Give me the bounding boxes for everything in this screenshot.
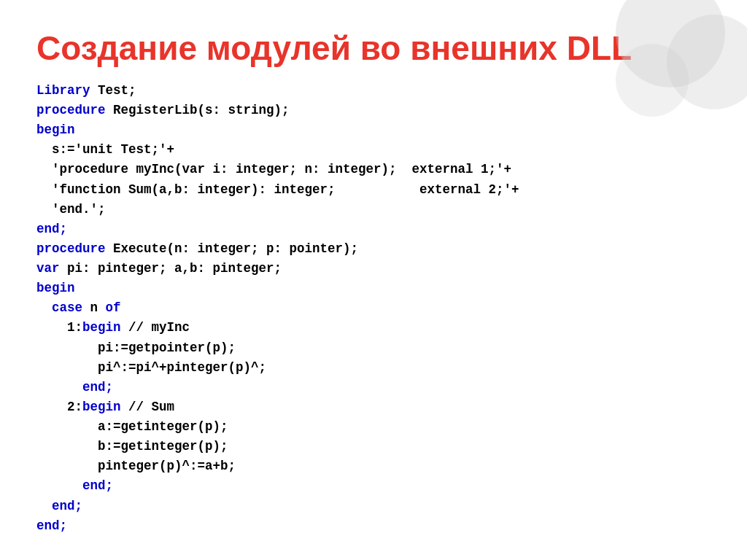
code-line-19: b:=getinteger(p); — [36, 437, 711, 456]
kw-end5: end; — [36, 518, 67, 533]
kw-end4: end; — [36, 499, 82, 513]
slide-title: Создание модулей во внешних DLL — [36, 29, 711, 68]
code-line-18: a:=getinteger(p); — [36, 417, 711, 437]
kw-begin2: begin — [36, 281, 75, 295]
kw-library: Library — [36, 83, 98, 98]
text-pinteger-assign: pinteger(p)^:=a+b; — [36, 459, 236, 473]
code-line-16: end; — [36, 378, 711, 397]
text-myinc: 'procedure myInc(var i: integer; n: inte… — [36, 162, 511, 176]
kw-procedure2: procedure — [36, 241, 113, 256]
kw-end2: end; — [36, 380, 113, 394]
code-line-20: pinteger(p)^:=a+b; — [36, 456, 711, 476]
code-line-3: begin — [36, 120, 711, 140]
code-line-21: end; — [36, 476, 711, 496]
text-comment-myinc: // myInc — [128, 320, 190, 335]
text-1colon: 1: — [36, 320, 82, 335]
kw-procedure1: procedure — [36, 103, 113, 117]
text-n: n — [90, 300, 106, 315]
code-line-15: pi^:=pi^+pinteger(p)^; — [36, 358, 711, 378]
code-line-4: s:='unit Test;'+ — [36, 140, 711, 160]
code-line-23: end; — [36, 516, 711, 536]
kw-begin4: begin — [82, 400, 128, 414]
code-line-8: end; — [36, 219, 711, 239]
code-line-17: 2:begin // Sum — [36, 397, 711, 417]
text-pi-assign: pi^:=pi^+pinteger(p)^; — [36, 360, 266, 375]
code-line-5: 'procedure myInc(var i: integer; n: inte… — [36, 160, 711, 179]
text-execute: Execute(n: integer; p: pointer); — [113, 241, 358, 256]
slide: Создание модулей во внешних DLL Library … — [0, 0, 747, 560]
kw-begin1: begin — [36, 122, 75, 137]
code-line-7: 'end.'; — [36, 200, 711, 219]
kw-var: var — [36, 261, 67, 276]
text-enddot: 'end.'; — [36, 202, 106, 217]
text-sum: 'function Sum(a,b: integer): integer; ex… — [36, 182, 519, 197]
kw-end1: end; — [36, 222, 67, 236]
code-block: Library Test; procedure RegisterLib(s: s… — [36, 81, 711, 536]
code-line-6: 'function Sum(a,b: integer): integer; ex… — [36, 180, 711, 200]
text-pi-getpointer: pi:=getpointer(p); — [36, 341, 236, 355]
code-line-1: Library Test; — [36, 81, 711, 101]
kw-of: of — [106, 300, 121, 315]
text-comment-sum: // Sum — [128, 400, 174, 414]
kw-end3: end; — [36, 478, 113, 493]
text-b-getint: b:=getinteger(p); — [36, 439, 228, 454]
code-line-13: 1:begin // myInc — [36, 318, 711, 338]
text-a-getint: a:=getinteger(p); — [36, 419, 228, 434]
kw-case: case — [52, 300, 90, 315]
code-line-2: procedure RegisterLib(s: string); — [36, 101, 711, 120]
text-var-decl: pi: pinteger; a,b: pinteger; — [67, 261, 282, 276]
text-test: Test; — [98, 83, 136, 98]
text-2colon: 2: — [36, 400, 82, 414]
code-line-11: begin — [36, 279, 711, 298]
kw-begin3: begin — [82, 320, 128, 335]
text-registerlib: RegisterLib(s: string); — [113, 103, 290, 117]
code-line-22: end; — [36, 497, 711, 516]
code-line-10: var pi: pinteger; a,b: pinteger; — [36, 259, 711, 279]
code-line-9: procedure Execute(n: integer; p: pointer… — [36, 239, 711, 259]
text-indent1 — [36, 300, 52, 315]
text-s-assign: s:='unit Test;'+ — [36, 142, 174, 157]
code-line-14: pi:=getpointer(p); — [36, 338, 711, 358]
code-line-12: case n of — [36, 298, 711, 318]
